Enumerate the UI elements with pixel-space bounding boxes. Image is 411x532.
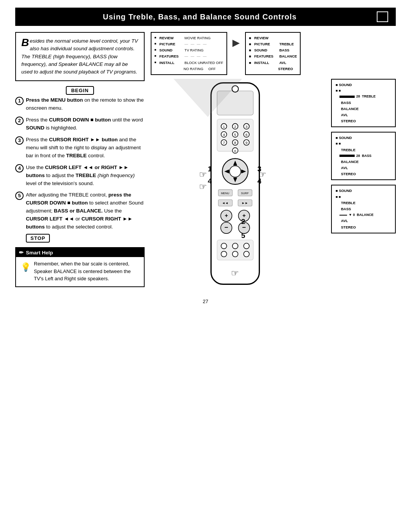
svg-text:8: 8 (234, 141, 236, 145)
svg-text:1: 1 (208, 165, 212, 173)
begin-label: BEGIN (66, 86, 94, 95)
step-4: 4 Use the CURSOR LEFT ◄◄ or RIGHT ►► but… (15, 164, 145, 188)
svg-text:☞: ☞ (199, 169, 207, 179)
svg-text:5: 5 (234, 133, 236, 137)
menu-panel-left: ■ REVIEW MOVIE RATING ■ PICTURE — — — — … (151, 32, 227, 75)
menu-row-2: ■ PICTURE — — — — (155, 41, 223, 47)
step-3-content: Press the CURSOR RIGHT ►► button and the… (26, 136, 145, 160)
step-3: 3 Press the CURSOR RIGHT ►► button and t… (15, 136, 145, 160)
smart-help-label: Smart Help (26, 250, 53, 256)
steps-container: 1 Press the MENU button on the remote to… (15, 96, 145, 231)
page-box (377, 11, 388, 22)
svg-text:5: 5 (241, 232, 245, 240)
svg-text:2: 2 (234, 125, 236, 129)
svg-point-50 (221, 251, 227, 257)
svg-text:7: 7 (223, 141, 225, 145)
step-5-content: After adjusting the TREBLE control, pres… (26, 191, 145, 231)
title-bar: Using Treble, Bass, and Balance Sound Co… (15, 8, 396, 26)
menu-row-6: NO RATING OFF (155, 66, 223, 72)
svg-text:6: 6 (245, 133, 247, 137)
svg-point-47 (221, 243, 227, 249)
svg-text:◄◄: ◄◄ (222, 201, 228, 205)
begin-badge: BEGIN (15, 87, 145, 93)
svg-rect-1 (217, 91, 253, 115)
svg-text:☞: ☞ (258, 169, 266, 179)
svg-text:►►: ►► (242, 201, 248, 205)
step-2: 2 Press the CURSOR DOWN ■ button until t… (15, 116, 145, 132)
svg-text:4: 4 (223, 133, 225, 137)
side-panels: ■ SOUND ■ ■ 28 TREBLE BASS BALANCE AVL S… (331, 79, 396, 233)
svg-text:4: 4 (208, 177, 212, 185)
smart-help-title: ✏ Smart Help (16, 248, 144, 257)
step-1-number: 1 (15, 97, 24, 105)
page-title: Using Treble, Bass, and Balance Sound Co… (23, 13, 377, 21)
svg-point-49 (244, 243, 249, 249)
svg-text:☞: ☞ (199, 182, 207, 192)
bass-bar (339, 155, 355, 157)
arrow-right-icon: ► (230, 32, 242, 50)
step-2-number: 2 (15, 117, 24, 125)
svg-point-51 (233, 251, 238, 257)
svg-text:☞: ☞ (231, 268, 239, 278)
svg-point-25 (229, 166, 241, 177)
svg-text:0: 0 (234, 149, 236, 153)
smart-help-text: Remember, when the bar scale is centered… (34, 260, 139, 283)
step-1-content: Press the MENU button on the remote to s… (26, 96, 145, 112)
right-column: ■ REVIEW MOVIE RATING ■ PICTURE — — — — … (151, 32, 396, 289)
main-layout: B esides the normal volume level control… (15, 32, 396, 289)
step-2-content: Press the CURSOR DOWN ■ button until the… (26, 116, 145, 132)
menu-row-5: ■ INSTALL BLOCK UNRATED OFF (155, 60, 223, 66)
stop-label: STOP (26, 234, 50, 243)
page-number: 27 (15, 299, 396, 304)
svg-text:9: 9 (245, 141, 247, 145)
menu-panel-right: ■ REVIEW ■ PICTURE TREBLE ■ SOUND BASS ■… (245, 32, 301, 75)
step-5-number: 5 (15, 192, 24, 200)
balance-bar-left (339, 215, 347, 216)
intro-text: esides the normal volume level control, … (21, 38, 138, 75)
svg-text:MENU: MENU (221, 191, 229, 195)
mr-row-4: ■ FEATURES BALANCE (249, 53, 297, 59)
menu-row-1: ■ REVIEW MOVIE RATING (155, 35, 223, 41)
left-column: B esides the normal volume level control… (15, 32, 145, 289)
smart-help-box: ✏ Smart Help 💡 Remember, when the bar sc… (15, 247, 145, 287)
step-3-number: 3 (15, 136, 24, 145)
mr-row-3: ■ SOUND BASS (249, 47, 297, 53)
svg-text:2: 2 (241, 217, 245, 225)
treble-bar-row: 28 TREBLE (339, 94, 391, 99)
step-1: 1 Press the MENU button on the remote to… (15, 96, 145, 112)
svg-text:1: 1 (223, 125, 225, 129)
sound-panel-2: ■ SOUND ■ ■ TREBLE 28 BASS BALANCE AVL S… (331, 132, 396, 180)
treble-bar (339, 96, 355, 98)
pencil-icon: ✏ (19, 249, 24, 256)
sound-panel-3: ■ SOUND ■ ■ TREBLE BASS ▼ 0 BALANCE AVL … (331, 185, 396, 233)
bulb-icon: 💡 (21, 261, 31, 283)
menu-row-4: ■ FEATURES — — — — (155, 53, 223, 59)
svg-text:+: + (225, 212, 228, 219)
svg-text:3: 3 (245, 125, 247, 129)
step-1-bold: Press the MENU button (26, 97, 83, 103)
mr-row-5: ■ INSTALL AVL (249, 60, 297, 66)
sound-panel-1: ■ SOUND ■ ■ 28 TREBLE BASS BALANCE AVL S… (331, 79, 396, 127)
step-4-number: 4 (15, 164, 24, 173)
mr-row-1: ■ REVIEW (249, 35, 297, 41)
step-4-content: Use the CURSOR LEFT ◄◄ or RIGHT ►► butto… (26, 164, 145, 188)
svg-text:SURF: SURF (241, 191, 249, 195)
balance-bar-row: ▼ 0 BALANCE (339, 212, 391, 218)
svg-point-2 (232, 86, 239, 92)
stop-badge: STOP (26, 235, 145, 241)
intro-box: B esides the normal volume level control… (15, 32, 145, 81)
svg-point-52 (244, 251, 249, 257)
step-5: 5 After adjusting the TREBLE control, pr… (15, 191, 145, 231)
svg-text:−: − (225, 224, 228, 231)
menu-row-3: ■ SOUND TV RATING (155, 47, 223, 53)
mr-row-2: ■ PICTURE TREBLE (249, 41, 297, 47)
smart-help-body: 💡 Remember, when the bar scale is center… (21, 260, 139, 283)
mr-row-6: STEREO (249, 66, 297, 72)
remote-control: 1 2 3 4 5 6 7 8 (193, 79, 300, 289)
bass-bar-row: 28 BASS (339, 153, 391, 159)
svg-point-48 (233, 243, 238, 249)
big-letter-b: B (21, 37, 29, 48)
